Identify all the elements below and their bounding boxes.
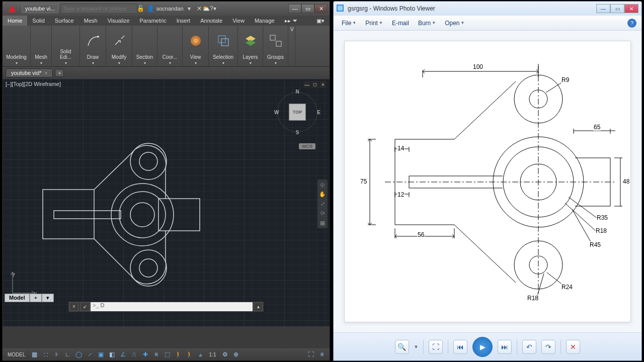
pv-menu-print[interactable]: Print▼	[362, 19, 386, 28]
ribbon-collapse-button[interactable]: ▣▾	[311, 16, 330, 26]
sb-3dosnap-icon[interactable]: ◧	[108, 350, 117, 359]
sb-walk-icon[interactable]: 🚶	[174, 350, 183, 359]
sb-dynucs-icon[interactable]: ⎍	[130, 350, 139, 359]
panel-overflow[interactable]: V	[288, 26, 295, 66]
viewcube[interactable]: N S E W TOP	[274, 89, 320, 135]
cmd-dropdown-icon[interactable]: ▴	[254, 302, 263, 311]
panel-coordinates[interactable]: Coor...▾	[157, 26, 183, 66]
viewcube-north[interactable]: N	[295, 89, 299, 95]
pv-slideshow-button[interactable]: ▶	[472, 337, 493, 357]
tab-solid[interactable]: Solid	[27, 16, 49, 26]
pv-fit-button[interactable]: ⛶	[429, 340, 443, 354]
cmd-recent-icon[interactable]: ↙	[80, 302, 90, 311]
tab-mesh[interactable]: Mesh	[79, 16, 103, 26]
pv-menu-email[interactable]: E-mail	[389, 19, 412, 28]
tab-manage[interactable]: Manage	[250, 16, 280, 26]
pv-zoom-button[interactable]: 🔍	[395, 340, 409, 354]
cmd-close-icon[interactable]: ×	[69, 302, 78, 311]
tab-home[interactable]: Home	[3, 16, 27, 26]
viewcube-west[interactable]: W	[274, 110, 279, 115]
vp-restore-icon[interactable]: □	[311, 81, 318, 88]
pv-prev-button[interactable]: ⏮	[453, 340, 467, 354]
tab-view[interactable]: View	[227, 16, 250, 26]
help-search-input[interactable]	[60, 4, 137, 14]
nav-pan-icon[interactable]: ✋	[319, 191, 326, 198]
minimize-button[interactable]: —	[288, 4, 301, 13]
nav-showmotion-icon[interactable]: ▦	[320, 220, 325, 226]
vp-minimize-icon[interactable]: —	[303, 81, 310, 88]
viewport-label[interactable]: [–][Top][2D Wireframe]	[6, 81, 61, 87]
sb-grid-icon[interactable]: ▦	[30, 350, 39, 359]
pv-menu-file[interactable]: File▼	[339, 19, 359, 28]
layout-tab-menu[interactable]: ▾	[42, 294, 54, 302]
sb-otrack-icon[interactable]: ∠	[119, 350, 128, 359]
sb-scale[interactable]: 1:1	[207, 350, 219, 359]
vp-close-icon[interactable]: ×	[319, 81, 327, 88]
document-tab[interactable]: youtube vid* ×	[6, 68, 53, 77]
tab-overflow[interactable]: ▸▸ ⏷	[280, 16, 303, 26]
help-dropdown-icon[interactable]: ?▾	[210, 5, 217, 12]
sb-custom-icon[interactable]: ≡	[317, 350, 327, 359]
tab-parametric[interactable]: Parametric	[134, 16, 171, 26]
panel-section[interactable]: Section▾	[132, 26, 157, 66]
viewport[interactable]: [–][Top][2D Wireframe] — □ × N S E W TOP…	[3, 79, 330, 326]
nav-orbit-icon[interactable]: ⟳	[320, 210, 325, 217]
sb-walk2-icon[interactable]: 🚶	[185, 350, 194, 359]
pv-maximize-button[interactable]: ▭	[610, 4, 624, 13]
sb-snap-icon[interactable]: ⸬	[41, 350, 50, 359]
tab-insert[interactable]: Insert	[172, 16, 196, 26]
pv-minimize-button[interactable]: —	[596, 4, 610, 13]
sb-osnap-icon[interactable]: ▣	[97, 350, 106, 359]
tab-visualize[interactable]: Visualize	[103, 16, 135, 26]
pv-rotate-ccw-button[interactable]: ↶	[522, 340, 536, 354]
maximize-button[interactable]: ▭	[301, 4, 314, 13]
panel-selection[interactable]: Selection▾	[209, 26, 238, 66]
layout-tab-model[interactable]: Model	[5, 294, 30, 302]
close-button[interactable]: ✕	[314, 4, 328, 13]
tab-annotate[interactable]: Annotate	[195, 16, 227, 26]
recent-docs-tab[interactable]: youtube vi...	[22, 4, 58, 13]
pv-rotate-cw-button[interactable]: ↷	[541, 340, 555, 354]
pv-delete-button[interactable]: ✕	[566, 340, 580, 354]
sb-ortho-icon[interactable]: ∟	[63, 350, 72, 359]
sb-clean-icon[interactable]: ⛶	[306, 350, 315, 359]
sb-lwt-icon[interactable]: ≡	[152, 350, 161, 359]
sb-iso-icon[interactable]: ⟋	[86, 350, 95, 359]
sb-infer-icon[interactable]: ⊦	[52, 350, 61, 359]
autocad-logo-icon[interactable]	[7, 3, 18, 14]
panel-solid-editing[interactable]: Solid Edi...▾	[52, 26, 80, 66]
pv-image-area[interactable]: 100 R9 65 75 14 12 56 48 R35 R18 R45 R24…	[334, 31, 641, 332]
search-icon[interactable]: 🔓	[137, 5, 144, 12]
pv-help-button[interactable]: ?	[627, 19, 636, 28]
sb-tpy-icon[interactable]: ⬚	[163, 350, 172, 359]
panel-draw[interactable]: Draw▾	[80, 26, 106, 66]
pv-menu-open[interactable]: Open▼	[442, 19, 467, 28]
wcs-badge[interactable]: WCS	[299, 143, 315, 149]
panel-groups[interactable]: Groups▾	[263, 26, 288, 66]
sb-model[interactable]: MODEL	[6, 350, 28, 359]
signed-in-user[interactable]: 👤 socnandan ▾	[147, 5, 193, 12]
panel-modify[interactable]: Modify▾	[106, 26, 132, 66]
viewcube-top-face[interactable]: TOP	[289, 104, 306, 121]
a360-icon[interactable]: ⛅	[203, 5, 210, 12]
command-line[interactable]: × ↙ >_ D ▴	[68, 301, 264, 312]
command-input[interactable]: >_ D	[91, 302, 253, 311]
layout-tab-add[interactable]: +	[30, 294, 42, 302]
new-document-button[interactable]: +	[55, 69, 64, 77]
tab-surface[interactable]: Surface	[50, 16, 79, 26]
panel-mesh[interactable]: Mesh▾	[31, 26, 52, 66]
pv-next-button[interactable]: ⏭	[498, 340, 512, 354]
panel-view[interactable]: View▾	[183, 26, 209, 66]
sb-polar-icon[interactable]: ◯	[74, 350, 84, 359]
pv-menu-burn[interactable]: Burn▼	[415, 19, 439, 28]
pv-close-button[interactable]: ✕	[624, 4, 638, 13]
panel-layers[interactable]: Layers▾	[238, 26, 263, 66]
sb-anno-icon[interactable]: ⟁	[196, 350, 205, 359]
nav-zoom-icon[interactable]: ⤢	[320, 201, 325, 207]
viewcube-south[interactable]: S	[296, 130, 299, 135]
panel-modeling[interactable]: Modeling▾	[3, 26, 31, 66]
sb-switch-icon[interactable]: ⊕	[231, 350, 240, 359]
sb-gear-icon[interactable]: ⚙	[220, 350, 229, 359]
sb-dyn-icon[interactable]: ✚	[141, 350, 150, 359]
exchange-icon[interactable]: ✕	[196, 5, 203, 12]
